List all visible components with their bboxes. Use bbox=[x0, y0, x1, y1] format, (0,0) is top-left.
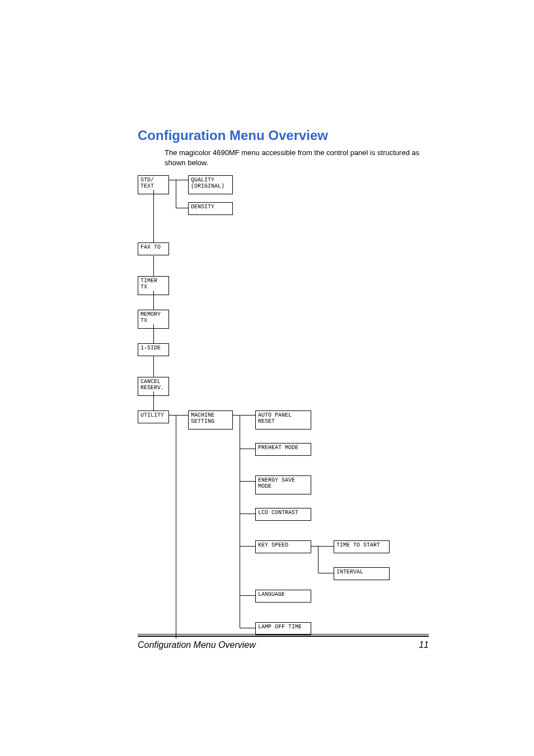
node-key-speed: KEY SPEED bbox=[255, 540, 311, 553]
node-auto-panel-reset: AUTO PANEL RESET bbox=[255, 410, 311, 430]
node-one-side: 1-SIDE bbox=[138, 343, 169, 356]
footer-page-number: 11 bbox=[419, 640, 429, 650]
node-interval: INTERVAL bbox=[334, 567, 390, 580]
intro-text: The magicolor 4690MF menu accessible fro… bbox=[165, 148, 429, 167]
node-density: DENSITY bbox=[188, 202, 233, 215]
section-heading: Configuration Menu Overview bbox=[138, 128, 429, 143]
node-preheat-mode: PREHEAT MODE bbox=[255, 443, 311, 456]
page-footer: Configuration Menu Overview 11 bbox=[138, 634, 429, 650]
node-fax-to: FAX TO bbox=[138, 242, 169, 255]
node-quality: QUALITY (ORIGINAL) bbox=[188, 175, 233, 194]
node-language: LANGUAGE bbox=[255, 590, 311, 603]
node-utility: UTILITY bbox=[138, 410, 169, 423]
node-time-to-start: TIME TO START bbox=[334, 540, 390, 553]
footer-title: Configuration Menu Overview bbox=[138, 640, 256, 650]
menu-tree-diagram: STD/ TEXT FAX TO TIMER TX MEMORY TX 1-SI… bbox=[138, 175, 429, 629]
node-energy-save-mode: ENERGY SAVE MODE bbox=[255, 475, 311, 494]
node-lcd-contrast: LCD CONTRAST bbox=[255, 508, 311, 521]
node-lamp-off-time: LAMP OFF TIME bbox=[255, 622, 311, 635]
node-machine-setting: MACHINE SETTING bbox=[188, 410, 233, 430]
